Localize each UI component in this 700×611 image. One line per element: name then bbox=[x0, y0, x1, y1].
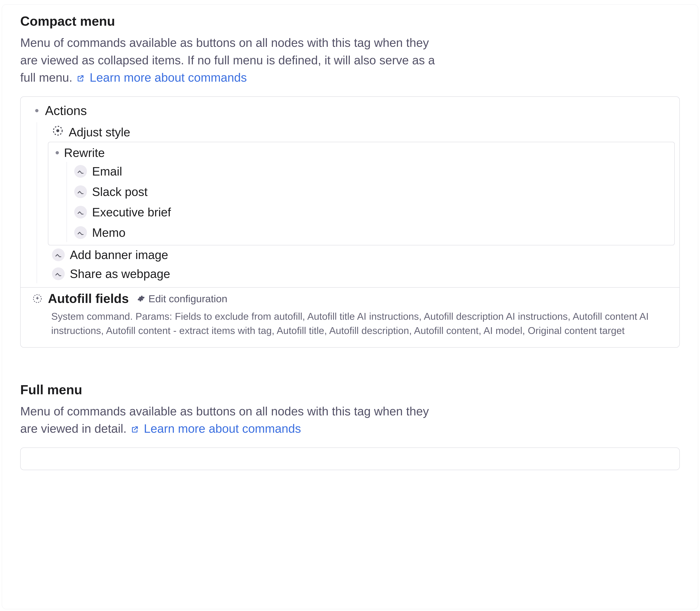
full-learn-more-link[interactable]: Learn more about commands bbox=[144, 422, 301, 435]
full-menu-title: Full menu bbox=[20, 382, 680, 397]
full-menu-description: Menu of commands available as buttons on… bbox=[20, 403, 447, 437]
tree-item-share-webpage[interactable]: Share as webpage bbox=[37, 264, 680, 283]
command-icon bbox=[52, 249, 65, 261]
gear-icon bbox=[137, 294, 146, 303]
tree-node-label: Actions bbox=[45, 103, 87, 118]
tree-item-executive-brief[interactable]: Executive brief bbox=[74, 203, 674, 222]
tree-item-slack-post[interactable]: Slack post bbox=[74, 182, 674, 201]
bullet-icon bbox=[35, 109, 39, 112]
tree-item-label: Executive brief bbox=[92, 205, 171, 219]
bullet-icon bbox=[56, 151, 59, 154]
external-link-icon bbox=[76, 70, 85, 87]
autofill-description: System command. Params: Fields to exclud… bbox=[51, 309, 672, 338]
tree-item-memo[interactable]: Memo bbox=[74, 223, 674, 242]
tree-group-rewrite[interactable]: Rewrite Email Slack post E bbox=[48, 142, 675, 245]
tree-item-label: Slack post bbox=[92, 185, 148, 199]
autofill-title: Autofill fields bbox=[48, 291, 129, 306]
command-icon bbox=[74, 165, 87, 178]
edit-configuration-button[interactable]: Edit configuration bbox=[137, 293, 227, 304]
compact-menu-title: Compact menu bbox=[20, 14, 680, 29]
tree-item-label: Memo bbox=[92, 226, 125, 239]
compact-menu-description: Menu of commands available as buttons on… bbox=[20, 34, 447, 86]
tree-item-label: Share as webpage bbox=[70, 267, 170, 281]
compact-menu-tree[interactable]: Actions Adjust style Rewrite bbox=[20, 96, 680, 347]
tree-item-label: Adjust style bbox=[69, 125, 130, 139]
compact-learn-more-link[interactable]: Learn more about commands bbox=[90, 71, 247, 84]
full-menu-tree[interactable] bbox=[20, 447, 680, 470]
settings-panel: Compact menu Menu of commands available … bbox=[2, 4, 698, 609]
tree-node-actions[interactable]: Actions bbox=[20, 102, 680, 122]
edit-configuration-label: Edit configuration bbox=[148, 293, 227, 304]
svg-point-1 bbox=[56, 129, 59, 132]
command-icon bbox=[74, 206, 87, 219]
tree-item-label: Add banner image bbox=[70, 248, 168, 262]
tree-item-label: Email bbox=[92, 164, 122, 178]
target-icon bbox=[52, 125, 64, 139]
external-link-icon bbox=[131, 421, 139, 438]
tree-node-label: Rewrite bbox=[64, 146, 105, 160]
tree-item-add-banner[interactable]: Add banner image bbox=[37, 245, 680, 264]
tree-item-email[interactable]: Email bbox=[74, 162, 674, 181]
command-icon bbox=[74, 226, 87, 239]
autofill-fields-block[interactable]: Autofill fields Edit configuration Syste… bbox=[20, 288, 680, 343]
sparkle-icon bbox=[31, 293, 43, 304]
tree-item-adjust-style[interactable]: Adjust style bbox=[37, 122, 680, 142]
tree-node-rewrite[interactable]: Rewrite bbox=[48, 144, 674, 162]
command-icon bbox=[74, 185, 87, 198]
command-icon bbox=[52, 267, 65, 280]
